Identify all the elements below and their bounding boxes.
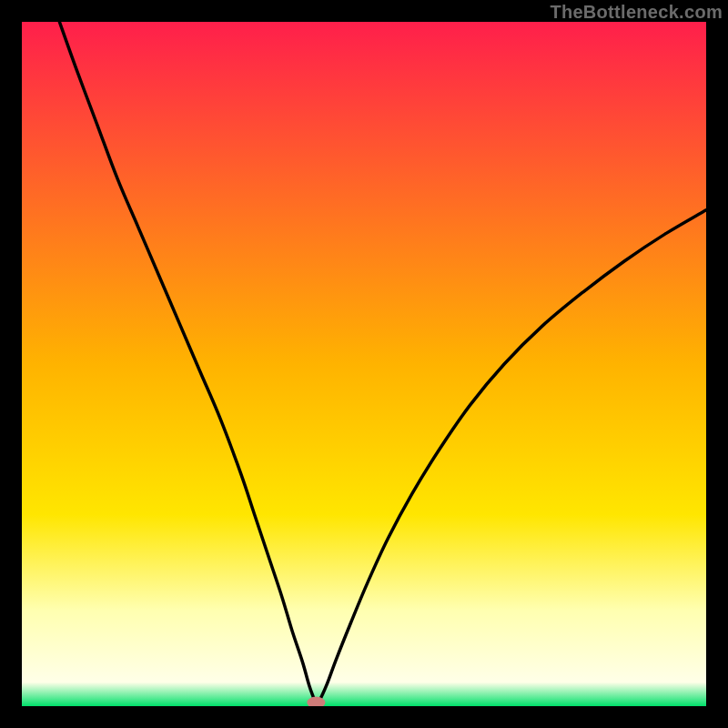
chart-svg xyxy=(22,22,706,706)
plot-area xyxy=(22,22,706,706)
watermark-text: TheBottleneck.com xyxy=(550,2,723,23)
gradient-background xyxy=(22,22,706,706)
chart-frame: TheBottleneck.com xyxy=(0,0,728,728)
